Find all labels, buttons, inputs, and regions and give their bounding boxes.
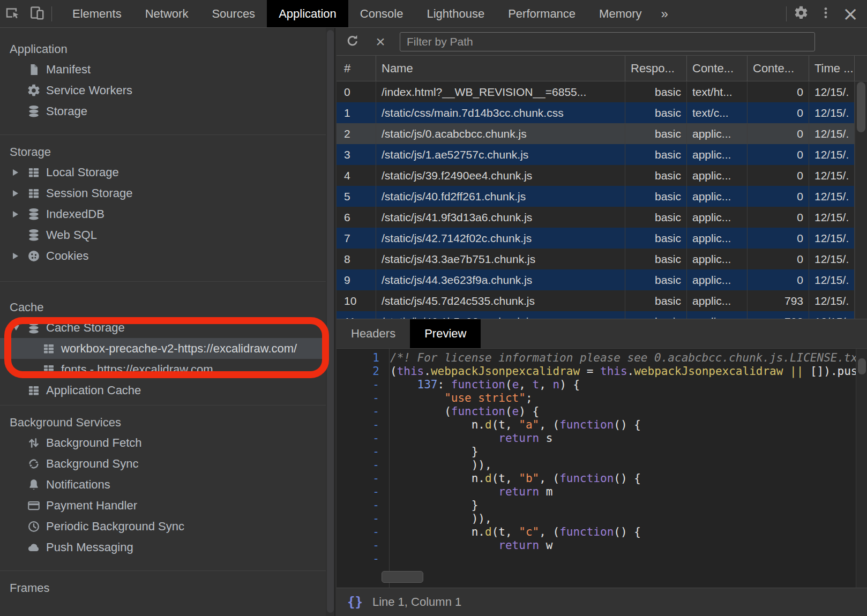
cell-clen: 0 bbox=[748, 207, 809, 228]
sidebar-item-label: Cookies bbox=[46, 249, 88, 263]
table-scrollbar[interactable] bbox=[855, 81, 867, 319]
clear-button[interactable]: × bbox=[370, 31, 391, 52]
application-sidebar: ApplicationManifestService WorkersStorag… bbox=[0, 28, 326, 616]
table-row[interactable]: 6/static/js/41.9f3d13a6.chunk.jsbasicapp… bbox=[337, 207, 855, 228]
tab-memory[interactable]: Memory bbox=[587, 0, 653, 27]
inspect-element-button[interactable] bbox=[0, 0, 25, 27]
sidebar-item-indexeddb[interactable]: IndexedDB bbox=[0, 204, 326, 224]
sidebar-scrollbar-thumb[interactable] bbox=[327, 30, 334, 613]
tab-performance[interactable]: Performance bbox=[496, 0, 587, 27]
code-horizontal-scrollbar-thumb[interactable] bbox=[382, 571, 423, 583]
sidebar-scrollbar[interactable] bbox=[326, 28, 335, 616]
sidebar-item-storage[interactable]: Storage bbox=[0, 101, 326, 122]
tab-network[interactable]: Network bbox=[133, 0, 200, 27]
tab-application[interactable]: Application bbox=[267, 0, 348, 27]
close-devtools-button[interactable]: × bbox=[838, 0, 863, 27]
sidebar-item-manifest[interactable]: Manifest bbox=[0, 59, 326, 80]
table-row[interactable]: 7/static/js/42.7142f02c.chunk.jsbasicapp… bbox=[337, 228, 855, 249]
tab-headers[interactable]: Headers bbox=[337, 319, 410, 348]
table-row[interactable]: 3/static/js/1.ae52757c.chunk.jsbasicappl… bbox=[337, 144, 855, 165]
table-row[interactable]: 4/static/js/39.f2490ee4.chunk.jsbasicapp… bbox=[337, 165, 855, 186]
braces-icon: {} bbox=[347, 595, 363, 610]
sidebar-item-fonts-https-excalidraw-com[interactable]: fonts - https://excalidraw.com bbox=[0, 359, 326, 380]
refresh-button[interactable] bbox=[342, 31, 363, 52]
cell-time: 12/15/. bbox=[809, 311, 855, 319]
table-row[interactable]: 0/index.html?__WB_REVISION__=6855...basi… bbox=[337, 81, 855, 102]
code-vertical-scrollbar[interactable] bbox=[856, 349, 867, 588]
cell-num: 0 bbox=[337, 81, 376, 102]
chevron-right-icon[interactable] bbox=[13, 169, 27, 176]
table-row[interactable]: 10/static/js/45.7d24c535.chunk.jsbasicap… bbox=[337, 290, 855, 311]
cell-name: /static/js/45.7d24c535.chunk.js bbox=[376, 290, 625, 311]
tab-elements[interactable]: Elements bbox=[61, 0, 133, 27]
code-line: - 137: function(e, t, n) { bbox=[337, 378, 867, 392]
inspect-cursor-icon bbox=[4, 5, 20, 23]
section-title-application: Application bbox=[0, 40, 326, 59]
sidebar-item-cookies[interactable]: Cookies bbox=[0, 245, 326, 266]
sidebar-item-label: workbox-precache-v2-https://excalidraw.c… bbox=[61, 342, 297, 356]
code-preview: 1/*! For license information please see … bbox=[337, 348, 867, 588]
column-header-name[interactable]: Name bbox=[376, 56, 625, 81]
column-header-respo[interactable]: Respo... bbox=[625, 56, 687, 81]
sidebar-item-application-cache[interactable]: Application Cache bbox=[0, 380, 326, 401]
sidebar-item-label: Push Messaging bbox=[46, 540, 133, 554]
column-header-num[interactable]: # bbox=[337, 56, 376, 81]
column-header-conte[interactable]: Conte... bbox=[687, 56, 748, 81]
line-number: - bbox=[337, 392, 385, 405]
table-row[interactable]: 1/static/css/main.7d14b3cc.chunk.cssbasi… bbox=[337, 102, 855, 123]
tab-lighthouse[interactable]: Lighthouse bbox=[415, 0, 496, 27]
sidebar-item-notifications[interactable]: Notifications bbox=[0, 474, 326, 495]
sidebar-item-service-workers[interactable]: Service Workers bbox=[0, 80, 326, 101]
sidebar-item-payment-handler[interactable]: Payment Handler bbox=[0, 495, 326, 516]
device-toolbar-button[interactable] bbox=[25, 0, 49, 27]
cell-name: /static/js/41.9f3d13a6.chunk.js bbox=[376, 207, 625, 228]
devtools-window: ElementsNetworkSourcesApplicationConsole… bbox=[0, 0, 867, 616]
code-vscrollbar-thumb[interactable] bbox=[858, 358, 866, 374]
code-line: - } bbox=[337, 445, 867, 459]
table-row[interactable]: 2/static/js/0.acabcbcc.chunk.jsbasicappl… bbox=[337, 123, 855, 144]
line-number: - bbox=[337, 405, 385, 418]
sidebar-item-local-storage[interactable]: Local Storage bbox=[0, 162, 326, 183]
table-row[interactable]: 9/static/js/44.3e623f9a.chunk.jsbasicapp… bbox=[337, 269, 855, 290]
table-row[interactable]: 11/static/js/46.1b5e92cc.chunk.jsbasicap… bbox=[337, 311, 855, 319]
sidebar-item-background-fetch[interactable]: Background Fetch bbox=[0, 432, 326, 453]
cell-ctype: applic... bbox=[687, 269, 748, 290]
table-row[interactable]: 5/static/js/40.fd2ff261.chunk.jsbasicapp… bbox=[337, 186, 855, 207]
sidebar-item-periodic-background-sync[interactable]: Periodic Background Sync bbox=[0, 516, 326, 537]
sidebar-item-label: Payment Handler bbox=[46, 499, 137, 513]
tab-sources[interactable]: Sources bbox=[200, 0, 267, 27]
filter-by-path-input[interactable] bbox=[400, 32, 815, 51]
line-number: - bbox=[337, 472, 385, 485]
cell-clen: 0 bbox=[748, 81, 809, 102]
chevron-right-icon[interactable] bbox=[13, 190, 27, 197]
settings-button[interactable] bbox=[789, 0, 813, 27]
sidebar-item-workbox-precache-v2-https-excalidraw-com[interactable]: workbox-precache-v2-https://excalidraw.c… bbox=[0, 338, 326, 359]
sidebar-item-web-sql[interactable]: Web SQL bbox=[0, 224, 326, 245]
sidebar-item-cache-storage[interactable]: Cache Storage bbox=[0, 317, 326, 338]
column-header-conte[interactable]: Conte... bbox=[748, 56, 809, 81]
table-row[interactable]: 8/static/js/43.3ae7b751.chunk.jsbasicapp… bbox=[337, 249, 855, 269]
cell-clen: 0 bbox=[748, 102, 809, 123]
sidebar-item-background-sync[interactable]: Background Sync bbox=[0, 453, 326, 474]
section-title-background-services: Background Services bbox=[0, 413, 326, 432]
cell-clen: 0 bbox=[748, 165, 809, 186]
chevron-right-icon[interactable] bbox=[13, 211, 27, 217]
chevron-down-icon[interactable] bbox=[13, 325, 27, 330]
sidebar-item-push-messaging[interactable]: Push Messaging bbox=[0, 537, 326, 558]
table-scrollbar-thumb[interactable] bbox=[857, 82, 865, 132]
line-number: - bbox=[337, 485, 385, 499]
column-header-time[interactable]: Time ... bbox=[809, 56, 855, 81]
cell-ctype: text/ht... bbox=[687, 81, 748, 102]
cell-num: 6 bbox=[337, 207, 376, 228]
more-options-button[interactable] bbox=[813, 0, 838, 27]
cell-time: 12/15/. bbox=[809, 123, 855, 144]
cell-name: /static/css/main.7d14b3cc.chunk.css bbox=[376, 102, 625, 123]
cell-resp: basic bbox=[625, 123, 687, 144]
chevron-right-icon[interactable] bbox=[13, 253, 27, 259]
sidebar-item-session-storage[interactable]: Session Storage bbox=[0, 183, 326, 204]
tab-preview[interactable]: Preview bbox=[410, 319, 481, 348]
tab-console[interactable]: Console bbox=[348, 0, 415, 27]
line-number: 2 bbox=[337, 365, 385, 378]
sidebar-item-label: Application Cache bbox=[46, 384, 141, 397]
tab-overflow-chevron[interactable]: » bbox=[654, 0, 676, 27]
